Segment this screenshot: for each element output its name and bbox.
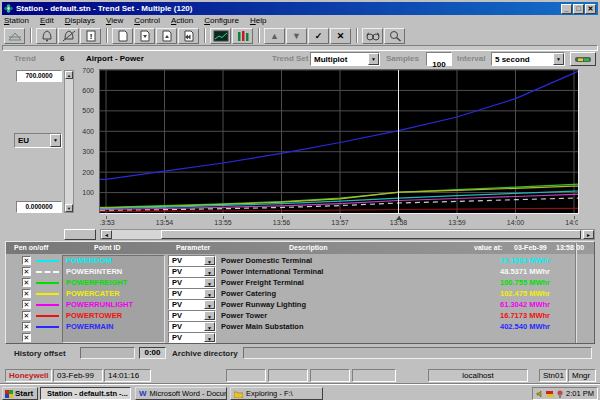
- chevron-down-icon[interactable]: ▼: [204, 300, 215, 309]
- scroll-left-icon[interactable]: ◄: [101, 230, 112, 239]
- parameter-combo[interactable]: PV▼: [168, 266, 216, 277]
- menu-edit[interactable]: Edit: [40, 16, 54, 26]
- cursor-caret-icon[interactable]: [396, 216, 402, 220]
- task-word[interactable]: W Microsoft Word - Document5: [135, 387, 227, 400]
- pen-checkbox[interactable]: ✕: [22, 311, 31, 320]
- pen-checkbox[interactable]: ✕: [22, 322, 31, 331]
- maximize-button[interactable]: □: [573, 4, 584, 14]
- menu-help[interactable]: Help: [250, 16, 266, 26]
- speaker-icon[interactable]: [536, 390, 544, 398]
- folder-icon: [234, 390, 243, 398]
- pen-value: 16.7173 MWhr: [425, 311, 550, 320]
- history-offset-input[interactable]: [80, 347, 135, 359]
- task-station[interactable]: Station - default.stn -...: [40, 387, 131, 400]
- alarm-silence-icon[interactable]: [58, 28, 79, 44]
- scroll-right-icon[interactable]: ►: [583, 230, 594, 239]
- zoom-icon[interactable]: [384, 28, 405, 44]
- status-cell-empty: [310, 369, 350, 382]
- interval-combo[interactable]: 5 second ▼: [491, 52, 565, 66]
- alarm-summary-icon[interactable]: !: [80, 28, 101, 44]
- point-id[interactable]: POWERRUNLIGHT: [66, 300, 133, 309]
- trend-plot-frame: [99, 69, 579, 214]
- pen-value: 102.475 MWhr: [425, 289, 550, 298]
- trend-number: 6: [60, 54, 64, 63]
- table-row: ✕ POWERFREIGHT PV▼ Power Freight Termina…: [5, 277, 595, 288]
- trend-plot[interactable]: [100, 70, 578, 213]
- minimize-button[interactable]: _: [561, 4, 572, 14]
- pen-checkbox[interactable]: ✕: [22, 289, 31, 298]
- taskbar: Start Station - default.stn -... W Micro…: [0, 384, 600, 400]
- parameter-combo[interactable]: PV▼: [168, 332, 216, 343]
- pen-checkbox[interactable]: ✕: [22, 256, 31, 265]
- parameter-combo[interactable]: PV▼: [168, 310, 216, 321]
- time-scrollbar[interactable]: ◄ ►: [100, 229, 595, 240]
- point-id[interactable]: POWERCATER: [66, 289, 120, 298]
- alarm-bell-icon[interactable]: [36, 28, 57, 44]
- pen-checkbox[interactable]: ✕: [22, 267, 31, 276]
- y-axis: 100200300400500600700: [70, 70, 96, 213]
- scroll-corner-box[interactable]: [64, 229, 96, 240]
- menu-action[interactable]: Action: [171, 16, 193, 26]
- task-explorer[interactable]: Exploring - F:\: [230, 387, 323, 400]
- chevron-down-icon[interactable]: ▼: [368, 53, 379, 65]
- x-axis: 13:5313:5413:5513:5613:5713:5813:5914:00…: [100, 216, 578, 228]
- menu-displays[interactable]: Displays: [65, 16, 95, 26]
- pen-checkbox[interactable]: ✕: [22, 300, 31, 309]
- menu-control[interactable]: Control: [134, 16, 160, 26]
- scrollbar-thumb[interactable]: [161, 230, 581, 239]
- raise-icon[interactable]: ▲: [264, 28, 285, 44]
- trend-display-icon[interactable]: [210, 28, 231, 44]
- chevron-down-icon[interactable]: ▼: [204, 289, 215, 298]
- point-id[interactable]: POWERINTERN: [66, 267, 122, 276]
- browse-icon[interactable]: [362, 28, 383, 44]
- close-button[interactable]: ✕: [585, 4, 596, 14]
- group-display-icon[interactable]: [232, 28, 253, 44]
- tray-status-icon[interactable]: [556, 390, 564, 398]
- parameter-combo[interactable]: PV▼: [168, 277, 216, 288]
- parameter-combo[interactable]: PV▼: [168, 288, 216, 299]
- menu-station[interactable]: Station: [4, 16, 29, 26]
- scale-max-input[interactable]: 700.0000: [16, 70, 62, 82]
- page-down-icon[interactable]: [134, 28, 155, 44]
- chevron-down-icon[interactable]: ▼: [50, 134, 61, 147]
- chevron-down-icon[interactable]: ▼: [204, 311, 215, 320]
- chevron-down-icon[interactable]: ▼: [204, 333, 215, 342]
- parameter-combo[interactable]: PV▼: [168, 255, 216, 266]
- eu-combo[interactable]: EU ▼: [14, 133, 62, 148]
- point-id[interactable]: POWERTOWER: [66, 311, 122, 320]
- chevron-down-icon[interactable]: ▼: [204, 267, 215, 276]
- pen-sample-icon: [36, 260, 59, 262]
- start-button[interactable]: Start: [2, 387, 38, 400]
- network-icon[interactable]: [4, 28, 25, 44]
- menu-view[interactable]: View: [106, 16, 123, 26]
- chevron-down-icon[interactable]: ▼: [204, 322, 215, 331]
- point-id[interactable]: POWERDOM: [66, 256, 112, 265]
- samples-input[interactable]: 100: [426, 52, 452, 66]
- parameter-combo[interactable]: PV▼: [168, 299, 216, 310]
- title-bar: Station - default.stn - Trend Set - Mult…: [2, 2, 598, 15]
- tray-app-icon[interactable]: [546, 390, 554, 398]
- trend-tool-button[interactable]: [570, 52, 596, 66]
- point-id[interactable]: POWERFREIGHT: [66, 278, 127, 287]
- parameter-combo[interactable]: PV▼: [168, 321, 216, 332]
- chevron-down-icon[interactable]: ▼: [204, 256, 215, 265]
- chevron-down-icon[interactable]: ▼: [553, 53, 564, 65]
- point-id[interactable]: POWERMAIN: [66, 322, 114, 331]
- word-icon: W: [139, 389, 147, 398]
- scale-min-input[interactable]: 0.000000: [16, 201, 62, 213]
- y-axis-label: 400: [82, 128, 94, 135]
- col-value-at: value at:: [474, 244, 502, 251]
- lower-icon[interactable]: ▼: [286, 28, 307, 44]
- chevron-down-icon[interactable]: ▼: [204, 278, 215, 287]
- scale-min-value: 0.000000: [25, 203, 52, 210]
- accept-icon[interactable]: ✓: [308, 28, 329, 44]
- pen-checkbox[interactable]: ✕: [22, 333, 31, 342]
- trend-set-combo[interactable]: Multiplot ▼: [310, 52, 380, 66]
- cancel-icon[interactable]: ✕: [330, 28, 351, 44]
- page-up-icon[interactable]: [156, 28, 177, 44]
- pen-checkbox[interactable]: ✕: [22, 278, 31, 287]
- page-icon[interactable]: [112, 28, 133, 44]
- page-recall-icon[interactable]: [178, 28, 199, 44]
- archive-directory-input[interactable]: [243, 347, 592, 359]
- menu-configure[interactable]: Configure: [204, 16, 239, 26]
